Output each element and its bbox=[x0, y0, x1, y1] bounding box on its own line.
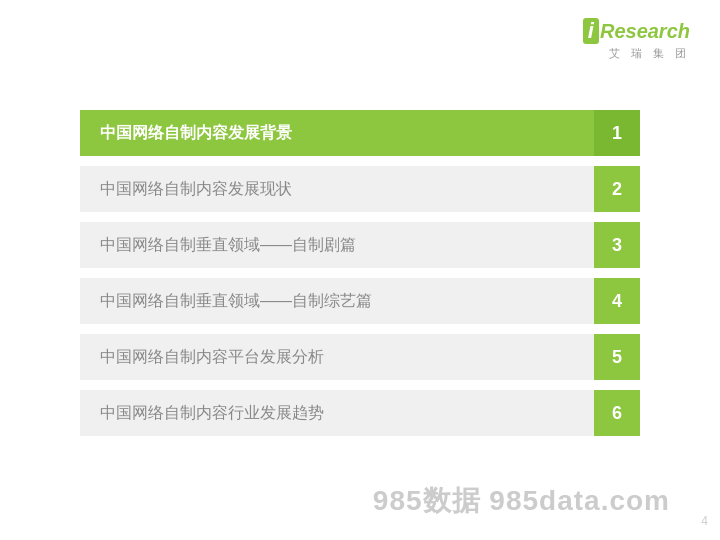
logo-brand: i Research bbox=[583, 18, 690, 44]
toc-number-4: 4 bbox=[594, 278, 640, 324]
logo: i Research 艾 瑞 集 团 bbox=[583, 18, 690, 61]
toc-label-5: 中国网络自制内容平台发展分析 bbox=[80, 334, 594, 380]
toc-number-6: 6 bbox=[594, 390, 640, 436]
toc-row-2: 中国网络自制内容发展现状2 bbox=[80, 166, 640, 212]
toc-number-3: 3 bbox=[594, 222, 640, 268]
logo-i-letter: i bbox=[583, 18, 599, 44]
toc-row-1: 中国网络自制内容发展背景1 bbox=[80, 110, 640, 156]
toc-number-2: 2 bbox=[594, 166, 640, 212]
watermark: 985数据 985data.com bbox=[373, 482, 670, 520]
toc-number-5: 5 bbox=[594, 334, 640, 380]
toc-number-1: 1 bbox=[594, 110, 640, 156]
toc-label-1: 中国网络自制内容发展背景 bbox=[80, 110, 594, 156]
logo-research-text: Research bbox=[600, 20, 690, 43]
logo-subtitle: 艾 瑞 集 团 bbox=[609, 46, 690, 61]
toc-row-3: 中国网络自制垂直领域——自制剧篇3 bbox=[80, 222, 640, 268]
table-of-contents: 中国网络自制内容发展背景1中国网络自制内容发展现状2中国网络自制垂直领域——自制… bbox=[80, 110, 640, 446]
toc-label-3: 中国网络自制垂直领域——自制剧篇 bbox=[80, 222, 594, 268]
toc-row-5: 中国网络自制内容平台发展分析5 bbox=[80, 334, 640, 380]
toc-label-2: 中国网络自制内容发展现状 bbox=[80, 166, 594, 212]
toc-label-6: 中国网络自制内容行业发展趋势 bbox=[80, 390, 594, 436]
toc-label-4: 中国网络自制垂直领域——自制综艺篇 bbox=[80, 278, 594, 324]
page-number: 4 bbox=[701, 514, 708, 528]
toc-row-4: 中国网络自制垂直领域——自制综艺篇4 bbox=[80, 278, 640, 324]
toc-row-6: 中国网络自制内容行业发展趋势6 bbox=[80, 390, 640, 436]
